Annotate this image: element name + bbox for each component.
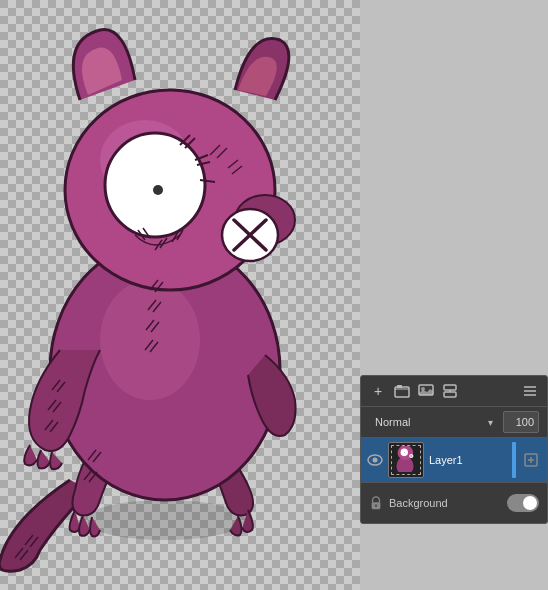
merge-layers-button[interactable]: [441, 382, 459, 400]
svg-point-7: [105, 133, 205, 237]
svg-point-8: [153, 185, 163, 195]
layer-visibility-toggle[interactable]: [367, 452, 383, 468]
layer-accent-bar: [512, 442, 516, 478]
cat-illustration: [0, 0, 360, 590]
layer-transform-icon[interactable]: [521, 450, 541, 470]
layers-panel: +: [360, 375, 548, 524]
svg-point-63: [401, 448, 408, 456]
layer-row-layer1[interactable]: Layer1: [361, 438, 547, 483]
new-layer-from-canvas-button[interactable]: [417, 382, 435, 400]
layer-name-label: Layer1: [429, 454, 507, 466]
panel-menu-button[interactable]: [521, 382, 539, 400]
background-visibility-toggle[interactable]: [507, 494, 539, 512]
new-group-button[interactable]: [393, 382, 411, 400]
opacity-input[interactable]: 100: [503, 411, 539, 433]
add-layer-button[interactable]: +: [369, 382, 387, 400]
background-row: Background: [361, 483, 547, 523]
svg-point-60: [373, 458, 378, 463]
svg-rect-54: [444, 392, 456, 397]
svg-rect-50: [397, 385, 402, 388]
layer-thumbnail: [388, 442, 424, 478]
svg-point-72: [375, 504, 378, 507]
panel-toolbar: +: [361, 376, 547, 407]
svg-point-2: [100, 280, 200, 400]
blend-row: Normal Multiply Screen Overlay Normal 10…: [361, 407, 547, 438]
canvas-area: [0, 0, 360, 590]
background-layer-name: Background: [389, 497, 501, 509]
blend-mode-wrapper[interactable]: Normal Multiply Screen Overlay Normal: [369, 411, 497, 433]
svg-point-0: [85, 500, 245, 540]
svg-rect-53: [444, 385, 456, 390]
svg-point-64: [404, 452, 405, 453]
background-lock-icon: [369, 495, 383, 511]
